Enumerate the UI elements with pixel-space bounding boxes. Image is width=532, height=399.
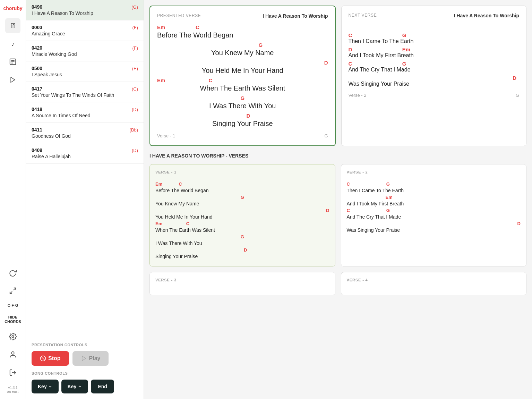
sidebar-icon-logout[interactable] — [5, 365, 20, 380]
song-list-panel: 0496 (G) I Have A Reason To Worship 0003… — [26, 0, 144, 399]
sidebar-icon-monitor[interactable]: 🖥 — [5, 18, 20, 33]
app-version: v1.3.1au east — [7, 386, 19, 393]
next-lyric-4: Was Singing Your Praise — [349, 81, 520, 87]
lyric-line-2: You Knew My Name — [157, 49, 328, 57]
sidebar-icon-refresh[interactable] — [5, 265, 20, 280]
tile-2-line-2: Em And I Took My First Breath — [347, 195, 521, 206]
song-number: 0409 — [32, 147, 42, 153]
key-display[interactable]: C-F-G — [6, 301, 20, 310]
song-control-buttons: Key Key End — [32, 380, 138, 393]
sidebar-icon-play[interactable] — [5, 72, 20, 87]
verse-line-3: D You Held Me In Your Hand — [157, 60, 328, 75]
chord-line-6: D — [157, 113, 328, 120]
tile-2-line-1: C G Then I Came To The Earth — [347, 181, 521, 193]
song-title: Set Your Wings To The Winds Of Faith — [32, 92, 138, 98]
song-title: Goodness Of God — [32, 133, 138, 139]
song-item[interactable]: 0496 (G) I Have A Reason To Worship — [26, 0, 144, 20]
song-key: (Bb) — [129, 127, 138, 133]
verse-line-5: G I Was There With You — [157, 95, 328, 110]
song-item[interactable]: 0418 (D) A Source In Times Of Need — [26, 102, 144, 123]
chord-line-1: Em C — [157, 24, 328, 31]
next-lyric-3: And The Cry That I Made — [349, 67, 520, 73]
song-item[interactable]: 0411 (Bb) Goodness Of God — [26, 123, 144, 143]
verses-section: I HAVE A REASON TO WORSHIP - VERSES VERS… — [144, 152, 532, 399]
svg-point-7 — [12, 336, 14, 338]
next-verse-header: NEXT VERSE I Have A Reason To Worship — [349, 13, 520, 18]
verse-tile-4[interactable]: VERSE - 4 — [341, 272, 527, 295]
song-title: A Source In Times Of Need — [32, 113, 138, 118]
svg-point-8 — [11, 352, 14, 354]
verse-1-label: VERSE - 1 — [155, 170, 329, 177]
song-title: I Speak Jesus — [32, 72, 138, 77]
main-content: PRESENTED VERSE I Have A Reason To Worsh… — [144, 0, 532, 399]
song-controls-label: SONG CONTROLS — [32, 371, 138, 375]
tile-1-line-4: Em C When The Earth Was Silent — [155, 221, 329, 233]
song-item[interactable]: 0417 (C) Set Your Wings To The Winds Of … — [26, 82, 144, 102]
chord-line-3: D — [157, 60, 328, 67]
song-item[interactable]: 0500 (E) I Speak Jesus — [26, 61, 144, 82]
sidebar-icon-settings[interactable] — [5, 329, 20, 344]
song-key: (D) — [132, 107, 138, 112]
end-button[interactable]: End — [91, 380, 114, 393]
tile-1-line-6: D Singing Your Praise — [155, 247, 329, 259]
song-item[interactable]: 0409 (D) Raise A Hallelujah — [26, 143, 144, 164]
controls-section: PRESENTATION CONTROLS Stop Play SONG CON… — [26, 337, 144, 399]
song-key: (G) — [131, 5, 138, 10]
lyric-line-1: Before The World Began — [157, 31, 328, 39]
next-verse-card[interactable]: NEXT VERSE I Have A Reason To Worship C … — [341, 6, 527, 146]
key-up-button[interactable]: Key — [61, 380, 88, 393]
song-item[interactable]: 0003 (F) Amazing Grace — [26, 20, 144, 41]
song-number: 0496 — [32, 4, 42, 10]
next-verse-label: NEXT VERSE — [349, 13, 377, 18]
svg-marker-12 — [82, 356, 86, 361]
verses-grid: VERSE - 1 Em C Before The World Began G … — [149, 164, 526, 295]
sidebar-icon-list[interactable] — [5, 54, 20, 69]
verse-line-4: Em C When The Earth Was Silent — [157, 77, 328, 92]
svg-marker-4 — [11, 77, 15, 83]
next-line-4: D Was Singing Your Praise — [349, 75, 520, 87]
svg-line-11 — [41, 357, 45, 360]
presented-verse-footer: Verse - 1 G — [157, 133, 328, 138]
presented-verse-card[interactable]: PRESENTED VERSE I Have A Reason To Worsh… — [149, 6, 336, 146]
song-list: 0496 (G) I Have A Reason To Worship 0003… — [26, 0, 144, 337]
svg-line-6 — [10, 291, 12, 294]
song-number: 0411 — [32, 127, 42, 133]
verse-tile-3[interactable]: VERSE - 3 — [149, 272, 335, 295]
verse-tile-1[interactable]: VERSE - 1 Em C Before The World Began G … — [149, 164, 335, 266]
next-verse-key: G — [516, 93, 519, 98]
app-logo: choruby — [3, 6, 22, 11]
verse-3-label: VERSE - 3 — [155, 278, 329, 285]
song-number: 0418 — [32, 107, 42, 112]
sidebar-icon-music[interactable]: ♪ — [5, 36, 20, 51]
lyric-line-5: I Was There With You — [157, 102, 328, 110]
song-number: 0500 — [32, 66, 42, 71]
presented-verse-header: PRESENTED VERSE I Have A Reason To Worsh… — [157, 13, 328, 19]
tile-2-line-4: D Was Singing Your Praise — [347, 221, 521, 233]
song-key: (E) — [132, 66, 138, 71]
next-line-1: C G Then I Came To The Earth — [349, 32, 520, 44]
lyric-line-3: You Held Me In Your Hand — [157, 67, 328, 75]
key-down-button[interactable]: Key — [32, 380, 59, 393]
verse-line-2: G You Knew My Name — [157, 42, 328, 57]
song-key: (F) — [132, 45, 138, 51]
sidebar-icon-user[interactable] — [5, 347, 20, 362]
presented-verse-name: Verse - 1 — [157, 133, 175, 138]
tile-2-line-3: C G And The Cry That I Made — [347, 208, 521, 220]
hide-chords-button[interactable]: HIDE CHORDS — [3, 313, 23, 326]
tile-1-line-5: G I Was There With You — [155, 234, 329, 246]
song-title: Amazing Grace — [32, 31, 138, 36]
lyric-line-4: When The Earth Was Silent — [157, 84, 328, 92]
chord-line-5: G — [157, 95, 328, 102]
song-number: 0420 — [32, 45, 42, 51]
sidebar-icon-expand[interactable] — [5, 283, 20, 298]
next-verse-footer: Verse - 2 G — [349, 93, 520, 98]
song-item[interactable]: 0420 (F) Miracle Working God — [26, 41, 144, 61]
play-button[interactable]: Play — [72, 351, 109, 366]
presented-verse-label: PRESENTED VERSE — [157, 13, 201, 19]
tile-1-line-3: D You Held Me In Your Hand — [155, 208, 329, 220]
verse-tile-2[interactable]: VERSE - 2 C G Then I Came To The Earth E… — [341, 164, 527, 266]
next-line-2: D Em And I Took My First Breath — [349, 46, 520, 59]
verse-line-1: Em C Before The World Began — [157, 24, 328, 39]
tile-1-line-2: G You Knew My Name — [155, 195, 329, 206]
stop-button[interactable]: Stop — [32, 351, 69, 366]
